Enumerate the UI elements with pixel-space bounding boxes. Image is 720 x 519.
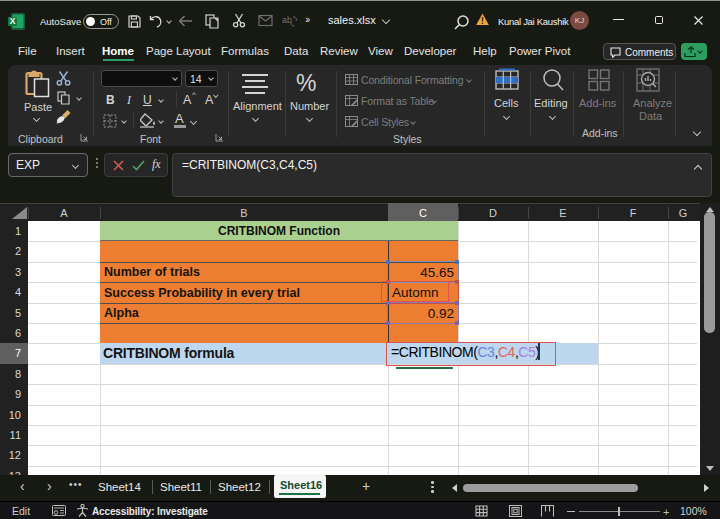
svg-text:X: X (10, 16, 16, 26)
svg-text:ab: ab (282, 15, 292, 25)
